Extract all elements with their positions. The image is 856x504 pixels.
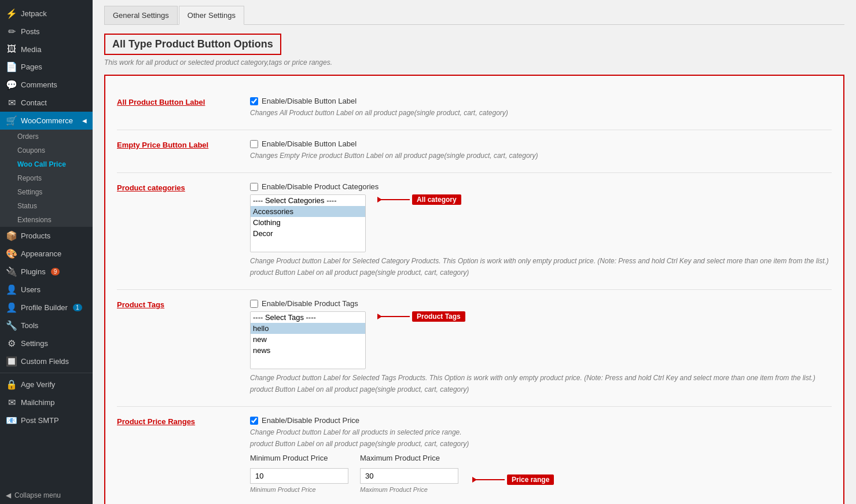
- product-categories-label: Product categories: [117, 182, 233, 192]
- jetpack-icon: ⚡: [6, 8, 17, 19]
- price-range-annotation: Price range: [476, 466, 554, 493]
- sidebar-item-settings[interactable]: ⚙ Settings: [0, 334, 93, 352]
- sidebar-label-age-verify: Age Verify: [21, 380, 55, 389]
- product-categories-checkbox[interactable]: [250, 183, 258, 191]
- sidebar-label-tools: Tools: [21, 321, 38, 330]
- sidebar-item-comments[interactable]: 💬 Comments: [0, 76, 93, 94]
- sidebar-item-users[interactable]: 👤 Users: [0, 281, 93, 299]
- sidebar-item-post-smtp[interactable]: 📧 Post SMTP: [0, 411, 93, 429]
- product-price-ranges-checkbox-label[interactable]: Enable/Disable Product Price: [250, 416, 832, 425]
- sidebar-item-extensions[interactable]: Extensions: [6, 213, 93, 227]
- max-price-input[interactable]: [360, 468, 458, 484]
- min-price-desc: Minimum Product Price: [250, 486, 348, 493]
- sidebar: ⚡ Jetpack ✏ Posts 🖼 Media 📄 Pages 💬 Comm…: [0, 0, 93, 504]
- sidebar-item-pages[interactable]: 📄 Pages: [0, 58, 93, 76]
- product-tags-desc2: product Button Label on all product page…: [250, 385, 832, 393]
- sidebar-item-profile-builder[interactable]: 👤 Profile Builder 1: [0, 299, 93, 317]
- tools-icon: 🔧: [6, 320, 17, 331]
- product-price-ranges-checkbox[interactable]: [250, 417, 258, 425]
- product-tags-select[interactable]: ---- Select Tags ---- hello new news: [250, 311, 366, 369]
- sidebar-item-plugins[interactable]: 🔌 Plugins 9: [0, 263, 93, 281]
- woo-submenu: Orders Coupons Woo Call Price Reports Se…: [0, 130, 93, 227]
- option-hello[interactable]: hello: [251, 323, 365, 334]
- product-tags-annotation-label: Product Tags: [412, 311, 465, 322]
- contact-icon: ✉: [6, 97, 17, 108]
- all-product-checkbox[interactable]: [250, 97, 258, 105]
- status-label: Status: [17, 202, 37, 210]
- sidebar-label-profile-builder: Profile Builder: [21, 303, 68, 312]
- post-smtp-icon: 📧: [6, 415, 17, 426]
- product-price-ranges-content: Enable/Disable Product Price Change Prod…: [250, 416, 832, 493]
- plugins-icon: 🔌: [6, 266, 17, 277]
- sidebar-item-woo-settings[interactable]: Settings: [6, 185, 93, 199]
- sidebar-item-woo-call-price[interactable]: Woo Call Price: [6, 157, 93, 171]
- sidebar-item-age-verify[interactable]: 🔒 Age Verify: [0, 376, 93, 393]
- sidebar-label-posts: Posts: [21, 27, 40, 36]
- sidebar-label-users: Users: [21, 285, 41, 294]
- sidebar-item-posts[interactable]: ✏ Posts: [0, 23, 93, 41]
- max-price-desc: Maximum Product Price: [360, 486, 458, 493]
- sidebar-label-contact: Contact: [21, 98, 47, 107]
- option-new[interactable]: new: [251, 334, 365, 345]
- profile-builder-icon: 👤: [6, 302, 17, 313]
- product-tags-label: Product Tags: [117, 299, 233, 309]
- product-categories-content: Enable/Disable Product Categories ---- S…: [250, 182, 832, 280]
- all-category-label: All category: [412, 194, 461, 205]
- min-price-input[interactable]: [250, 468, 348, 484]
- max-price-field: Maximum Product Price Maximum Product Pr…: [360, 454, 458, 493]
- coupons-label: Coupons: [17, 146, 45, 154]
- profile-builder-badge: 1: [73, 304, 82, 311]
- tab-other[interactable]: Other Settings: [179, 6, 244, 25]
- sidebar-label-custom-fields: Custom Fields: [21, 357, 69, 366]
- collapse-menu-button[interactable]: ◀ Collapse menu: [0, 487, 93, 504]
- woo-settings-label: Settings: [17, 188, 42, 196]
- sidebar-item-coupons[interactable]: Coupons: [6, 144, 93, 157]
- products-icon: 📦: [6, 230, 17, 241]
- select-placeholder[interactable]: ---- Select Categories ----: [251, 195, 365, 206]
- sidebar-item-orders[interactable]: Orders: [6, 130, 93, 144]
- empty-price-checkbox-label[interactable]: Enable/Disable Button Label: [250, 139, 832, 148]
- sidebar-item-appearance[interactable]: 🎨 Appearance: [0, 245, 93, 263]
- all-product-content: Enable/Disable Button Label Changes All …: [250, 97, 832, 120]
- sidebar-item-woocommerce[interactable]: 🛒 WooCommerce ◀: [0, 112, 93, 130]
- product-tags-checkbox[interactable]: [250, 300, 258, 308]
- sidebar-item-jetpack[interactable]: ⚡ Jetpack: [0, 5, 93, 23]
- sidebar-item-reports[interactable]: Reports: [6, 171, 93, 185]
- sidebar-label-products: Products: [21, 231, 50, 240]
- sidebar-label-woocommerce: WooCommerce: [21, 116, 73, 125]
- product-categories-checkbox-label[interactable]: Enable/Disable Product Categories: [250, 182, 832, 191]
- sidebar-item-tools[interactable]: 🔧 Tools: [0, 317, 93, 334]
- sidebar-label-media: Media: [21, 45, 41, 54]
- sidebar-divider-1: [0, 373, 93, 373]
- all-product-label: All Product Button Label: [117, 97, 233, 106]
- price-range-wrap: Minimum Product Price Minimum Product Pr…: [250, 454, 832, 493]
- media-icon: 🖼: [6, 44, 17, 54]
- users-icon: 👤: [6, 284, 17, 295]
- tabs-bar: General Settings Other Settings: [104, 6, 844, 25]
- custom-fields-icon: 🔲: [6, 356, 17, 367]
- option-clothing[interactable]: Clothing: [251, 217, 365, 228]
- sidebar-item-contact[interactable]: ✉ Contact: [0, 94, 93, 112]
- sidebar-item-custom-fields[interactable]: 🔲 Custom Fields: [0, 352, 93, 370]
- sidebar-item-mailchimp[interactable]: ✉ Mailchimp: [0, 393, 93, 411]
- tab-general[interactable]: General Settings: [104, 6, 178, 24]
- product-categories-row: Product categories Enable/Disable Produc…: [117, 173, 832, 290]
- product-tags-checkbox-label[interactable]: Enable/Disable Product Tags: [250, 299, 832, 308]
- all-product-checkbox-label[interactable]: Enable/Disable Button Label: [250, 97, 832, 105]
- product-tags-arrow: [381, 316, 410, 317]
- option-news[interactable]: news: [251, 345, 365, 356]
- sidebar-item-media[interactable]: 🖼 Media: [0, 41, 93, 58]
- product-price-ranges-desc2: product Button Label on all product page…: [250, 440, 832, 448]
- collapse-label: Collapse menu: [14, 491, 61, 499]
- sidebar-label-post-smtp: Post SMTP: [21, 416, 59, 425]
- empty-price-label: Empty Price Button Label: [117, 139, 233, 149]
- option-decor[interactable]: Decor: [251, 228, 365, 239]
- product-categories-select[interactable]: ---- Select Categories ---- Accessories …: [250, 194, 366, 252]
- empty-price-desc: Changes Empty Price product Button Label…: [250, 152, 832, 160]
- collapse-icon: ◀: [6, 491, 11, 499]
- empty-price-checkbox[interactable]: [250, 140, 258, 148]
- sidebar-item-status[interactable]: Status: [6, 199, 93, 213]
- tags-placeholder[interactable]: ---- Select Tags ----: [251, 312, 365, 323]
- option-accessories[interactable]: Accessories: [251, 206, 365, 217]
- sidebar-item-products[interactable]: 📦 Products: [0, 227, 93, 245]
